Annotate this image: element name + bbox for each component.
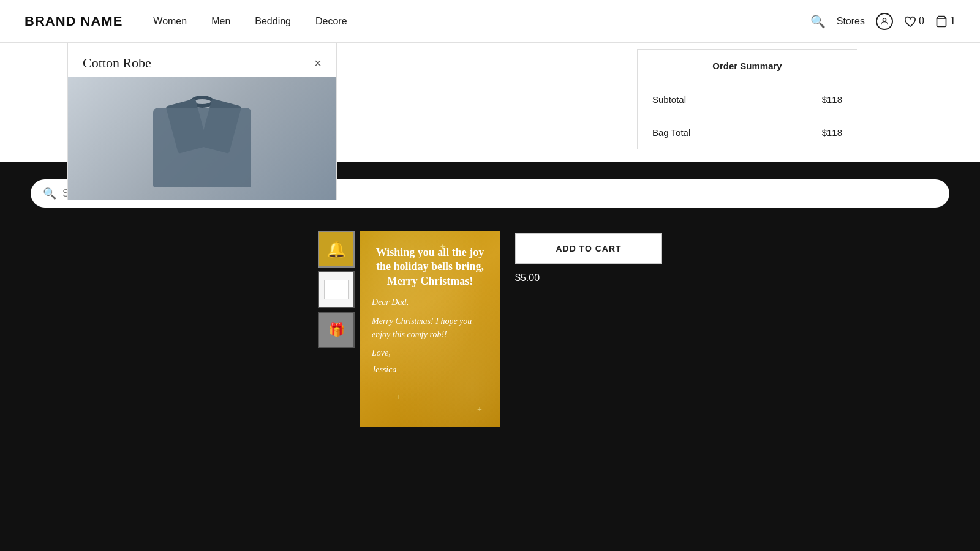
gift-card: ✦ ✦ + + Wishing you all the joy the holi… <box>360 231 500 427</box>
search-bar-icon: 🔍 <box>43 187 56 200</box>
nav-decore[interactable]: Decore <box>315 16 347 27</box>
search-icon[interactable]: 🔍 <box>810 14 826 29</box>
product-card: Cotton Robe × <box>67 43 337 200</box>
subtotal-value: $118 <box>822 94 842 105</box>
product-image-placeholder <box>68 77 336 200</box>
thumbnail-bow[interactable]: 🎁 <box>318 312 355 348</box>
header-left: BRAND NAME Women Men Bedding Decore <box>24 13 347 29</box>
gift-card-greeting: Dear Dad, Merry Christmas! I hope you en… <box>372 296 488 377</box>
bag-total-label: Bag Total <box>652 127 690 138</box>
main-content: Cotton Robe × Order Summary Subtotal $11… <box>0 43 980 551</box>
svg-point-0 <box>883 18 886 21</box>
close-button[interactable]: × <box>314 57 322 69</box>
order-summary: Order Summary Subtotal $118 Bag Total $1… <box>637 49 858 149</box>
bow-icon: 🎁 <box>328 322 345 338</box>
gift-price: $5.00 <box>515 272 662 283</box>
bag-total-value: $118 <box>822 127 842 138</box>
nav-bedding[interactable]: Bedding <box>255 16 291 27</box>
main-nav: Women Men Bedding Decore <box>153 16 347 27</box>
greeting-line2: Merry Christmas! I hope you enjoy this c… <box>372 315 488 342</box>
robe-body <box>153 108 251 187</box>
stores-link[interactable]: Stores <box>837 16 865 27</box>
subtotal-label: Subtotal <box>652 94 686 105</box>
sparkle-4: + <box>477 405 482 414</box>
brand-logo[interactable]: BRAND NAME <box>24 13 123 29</box>
order-summary-bag-total-row: Bag Total $118 <box>638 116 857 149</box>
wishlist-count: 0 <box>919 15 924 28</box>
order-summary-subtotal-row: Subtotal $118 <box>638 83 857 116</box>
order-summary-header: Order Summary <box>638 50 857 83</box>
gift-thumbnails: 🔔 🎁 <box>318 231 355 348</box>
nav-men[interactable]: Men <box>211 16 230 27</box>
product-card-title: Cotton Robe <box>83 55 151 71</box>
greeting-line4: Jessica <box>372 363 488 377</box>
user-icon[interactable] <box>876 13 893 30</box>
thumbnail-white[interactable] <box>318 271 355 308</box>
add-to-cart-button[interactable]: ADD TO CART <box>515 233 662 264</box>
robe-shape <box>147 89 257 187</box>
cart-section: ADD TO CART $5.00 <box>515 231 662 283</box>
gift-card-heading: Wishing you all the joy the holiday bell… <box>372 246 488 288</box>
header: BRAND NAME Women Men Bedding Decore 🔍 St… <box>0 0 980 43</box>
gift-card-section: 🔔 🎁 ✦ ✦ + + Wishing you all the joy the … <box>0 225 980 433</box>
product-card-header: Cotton Robe × <box>68 43 336 77</box>
sparkle-3: + <box>396 392 401 402</box>
dark-section: 🔍 🔔 🎁 ✦ ✦ + <box>0 162 980 551</box>
header-right: 🔍 Stores 0 1 <box>810 13 956 30</box>
bells-icon: 🔔 <box>326 240 346 259</box>
product-image <box>68 77 336 200</box>
cart-icon[interactable]: 1 <box>935 15 956 28</box>
wishlist-icon[interactable]: 0 <box>904 15 924 28</box>
cart-count: 1 <box>950 15 956 28</box>
thumbnail-bells[interactable]: 🔔 <box>318 231 355 268</box>
greeting-line1: Dear Dad, <box>372 296 488 309</box>
greeting-line3: Love, <box>372 347 488 360</box>
white-card-icon <box>324 280 349 299</box>
nav-women[interactable]: Women <box>153 16 187 27</box>
order-summary-title: Order Summary <box>712 61 782 71</box>
